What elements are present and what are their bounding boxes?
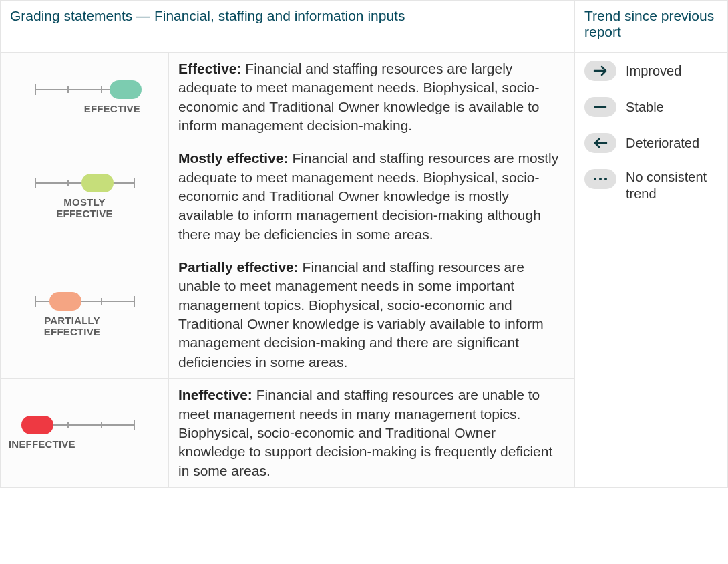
- grade-row-ineffective: INEFFECTIVE Ineffective: Financial and s…: [1, 379, 574, 487]
- indicator-cell: INEFFECTIVE: [1, 379, 169, 487]
- arrow-left-icon: [584, 133, 616, 153]
- grade-term: Ineffective:: [178, 387, 252, 402]
- indicator-label: INEFFECTIVE: [9, 438, 75, 450]
- trend-label: Deteriorated: [626, 135, 699, 152]
- grade-term: Effective:: [178, 61, 242, 76]
- trend-label: No consistent trend: [626, 169, 718, 202]
- grade-scale: [28, 292, 142, 311]
- minus-icon: [584, 97, 616, 117]
- table-header-row: Grading statements — Financial, staffing…: [1, 1, 727, 53]
- trend-item-stable: Stable: [584, 97, 718, 117]
- trend-legend-panel: Improved Stable Deteriorated: [575, 53, 727, 487]
- grades-container: EFFECTIVE Effective: Financial and staff…: [1, 53, 575, 487]
- grade-description: Partially effective: Financial and staff…: [169, 251, 574, 378]
- header-right-cell: Trend since previous report: [575, 1, 727, 53]
- indicator-cell: PARTIALLY EFFECTIVE: [1, 251, 169, 378]
- trend-label: Improved: [626, 63, 681, 80]
- grade-row-mostly-effective: MOSTLY EFFECTIVE Mostly effective: Finan…: [1, 142, 574, 251]
- grade-term: Partially effective:: [178, 259, 299, 275]
- grade-description: Mostly effective: Financial and staffing…: [169, 142, 574, 251]
- grade-description: Ineffective: Financial and staffing reso…: [169, 379, 574, 487]
- svg-point-5: [604, 178, 607, 180]
- trend-header-title: Trend since previous report: [584, 8, 714, 39]
- grade-desc-text: Financial and staffing resources are una…: [178, 259, 544, 370]
- grade-row-partially-effective: PARTIALLY EFFECTIVE Partially effective:…: [1, 251, 574, 379]
- trend-label: Stable: [626, 99, 664, 116]
- grading-table: Grading statements — Financial, staffing…: [0, 0, 728, 488]
- grade-description: Effective: Financial and staffing resour…: [169, 53, 574, 142]
- grading-header-title: Grading statements — Financial, staffing…: [10, 8, 405, 23]
- svg-point-4: [599, 178, 602, 180]
- table-body-row: EFFECTIVE Effective: Financial and staff…: [1, 53, 727, 487]
- grade-scale: [28, 174, 142, 192]
- indicator-label: EFFECTIVE: [84, 103, 140, 114]
- indicator-cell: EFFECTIVE: [1, 53, 169, 142]
- header-left-cell: Grading statements — Financial, staffing…: [1, 1, 575, 53]
- trend-item-deteriorated: Deteriorated: [584, 133, 718, 153]
- indicator-label: MOSTLY EFFECTIVE: [48, 196, 122, 220]
- indicator-cell: MOSTLY EFFECTIVE: [1, 142, 169, 251]
- grade-scale: [28, 80, 142, 99]
- grade-row-effective: EFFECTIVE Effective: Financial and staff…: [1, 53, 574, 142]
- trend-item-improved: Improved: [584, 61, 718, 81]
- dots-icon: [584, 169, 616, 189]
- marker-mostly-effective: [81, 174, 114, 192]
- marker-effective: [110, 80, 142, 99]
- indicator-label: PARTIALLY EFFECTIVE: [35, 315, 109, 338]
- grade-term: Mostly effective:: [178, 150, 289, 166]
- marker-ineffective: [21, 416, 53, 434]
- grade-scale: [28, 416, 142, 434]
- arrow-right-icon: [584, 61, 616, 81]
- trend-item-no-trend: No consistent trend: [584, 169, 718, 202]
- marker-partially-effective: [49, 292, 81, 311]
- svg-point-3: [594, 178, 596, 180]
